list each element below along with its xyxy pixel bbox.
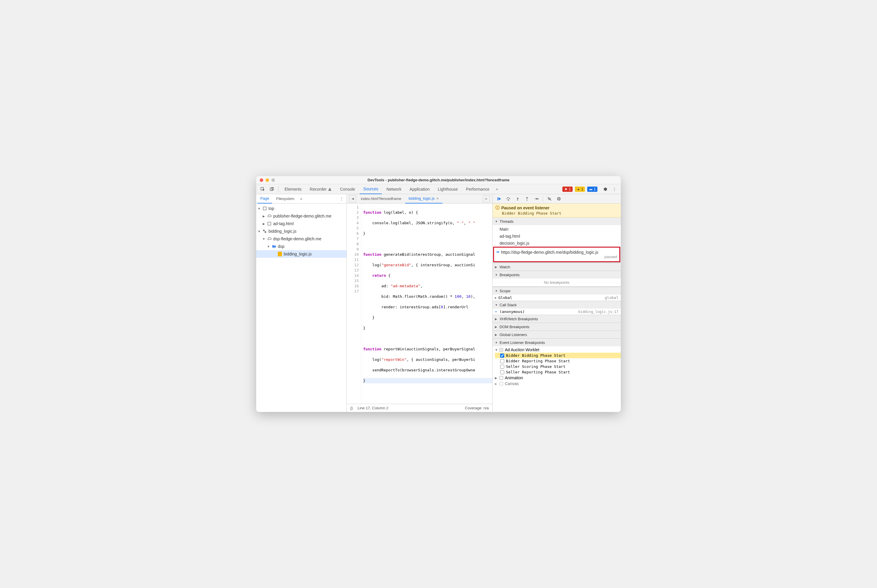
checkbox-icon[interactable] bbox=[499, 382, 503, 386]
tab-application[interactable]: Application bbox=[406, 184, 433, 194]
separator bbox=[278, 186, 279, 192]
tree-adtag[interactable]: ▶ ad-tag.html bbox=[256, 220, 346, 227]
threads-header[interactable]: ▼Threads bbox=[493, 218, 621, 225]
step-into-icon[interactable] bbox=[514, 195, 522, 202]
thread-decision[interactable]: decision_logic.js bbox=[493, 240, 621, 247]
minimize-window-button[interactable] bbox=[266, 178, 269, 182]
tab-network[interactable]: Network bbox=[383, 184, 405, 194]
close-tab-icon[interactable]: × bbox=[436, 196, 439, 201]
scope-global-label: Global bbox=[498, 296, 512, 300]
settings-icon[interactable] bbox=[601, 185, 609, 193]
evt-srs-label: Seller Reporting Phase Start bbox=[506, 370, 570, 374]
evt-bbs-checkbox[interactable] bbox=[500, 354, 504, 358]
close-window-button[interactable] bbox=[260, 178, 263, 182]
tree-bidding-file[interactable]: bidding_logic.js bbox=[256, 250, 346, 258]
more-options-icon[interactable]: ⋮ bbox=[610, 185, 618, 193]
stack-frame-0-loc: bidding_logic.js:17 bbox=[578, 310, 618, 314]
tree-top[interactable]: ▼ top bbox=[256, 205, 346, 212]
tree-dsp-folder[interactable]: ▼ dsp bbox=[256, 243, 346, 250]
scope-header[interactable]: ▼Scope bbox=[493, 287, 621, 295]
thread-current-label: https://dsp-fledge-demo.glitch.me/dsp/bi… bbox=[501, 250, 617, 255]
scope-global[interactable]: ▶Globalglobal bbox=[493, 295, 621, 301]
evt-group-canvas[interactable]: ▶Canvas bbox=[495, 381, 621, 387]
code-editor[interactable]: 1234567891011121314151617 function log(l… bbox=[347, 204, 492, 404]
editor-tab-index[interactable]: index.html?fencedframe bbox=[357, 194, 405, 204]
watch-label: Watch bbox=[499, 265, 510, 269]
evt-srs-checkbox[interactable] bbox=[500, 370, 504, 374]
resume-icon[interactable] bbox=[495, 195, 503, 202]
frame-icon bbox=[262, 206, 267, 211]
thread-adtag[interactable]: ad-tag.html bbox=[493, 233, 621, 240]
inspect-element-icon[interactable] bbox=[259, 185, 267, 193]
evt-sss[interactable]: Seller Scoring Phase Start bbox=[495, 364, 621, 369]
tab-console[interactable]: Console bbox=[337, 184, 358, 194]
nav-tab-page[interactable]: Page bbox=[257, 194, 272, 204]
thread-main[interactable]: Main bbox=[493, 226, 621, 233]
xhr-label: XHR/fetch Breakpoints bbox=[499, 317, 538, 321]
more-tabs-icon[interactable]: » bbox=[494, 187, 499, 191]
svg-point-12 bbox=[537, 198, 539, 199]
xhr-breakpoints-header[interactable]: ▶XHR/fetch Breakpoints bbox=[493, 315, 621, 322]
cursor-position: Line 17, Column 2 bbox=[358, 406, 388, 410]
pause-on-exceptions-icon[interactable] bbox=[555, 195, 563, 202]
errors-badge[interactable]: ⊗1 bbox=[563, 186, 573, 192]
tab-sources[interactable]: Sources bbox=[360, 184, 382, 194]
navigator-panel: Page Filesystem » ⋮ ▼ top ▶ publisher-fl… bbox=[256, 194, 347, 412]
stack-frame-0[interactable]: ➡(anonymous)bidding_logic.js:17 bbox=[493, 309, 621, 315]
event-breakpoints-header[interactable]: ▼Event Listener Breakpoints bbox=[493, 339, 621, 346]
dom-breakpoints-header[interactable]: ▶DOM Breakpoints bbox=[493, 323, 621, 330]
watch-header[interactable]: ▶Watch bbox=[493, 263, 621, 271]
callstack-header[interactable]: ▼Call Stack bbox=[493, 301, 621, 309]
deactivate-breakpoints-icon[interactable] bbox=[545, 195, 554, 202]
checkbox-icon[interactable] bbox=[499, 376, 503, 380]
folder-icon bbox=[271, 244, 277, 249]
debugger-panel: ⓘ Paused on event listener Bidder Biddin… bbox=[492, 194, 621, 412]
step-over-icon[interactable] bbox=[504, 195, 512, 202]
nav-tab-filesystem[interactable]: Filesystem bbox=[273, 194, 297, 204]
pause-title: Paused on event listener bbox=[501, 206, 549, 210]
file-tree: ▼ top ▶ publisher-fledge-demo.glitch.me … bbox=[256, 204, 346, 412]
cloud-icon bbox=[267, 214, 272, 218]
breakpoints-header[interactable]: ▼Breakpoints bbox=[493, 271, 621, 279]
tree-publisher[interactable]: ▶ publisher-fledge-demo.glitch.me bbox=[256, 212, 346, 220]
tab-lighthouse[interactable]: Lighthouse bbox=[435, 184, 462, 194]
history-back-icon[interactable]: ◀ bbox=[349, 195, 356, 202]
tree-bidding-root-label: bidding_logic.js bbox=[268, 229, 296, 234]
tab-performance[interactable]: Performance bbox=[462, 184, 493, 194]
tree-publisher-label: publisher-fledge-demo.glitch.me bbox=[273, 214, 331, 218]
evt-brs[interactable]: Bidder Reporting Phase Start bbox=[495, 358, 621, 364]
status-bar: {} Line 17, Column 2 Coverage: n/a bbox=[347, 404, 492, 412]
warnings-badge[interactable]: ▲1 bbox=[575, 186, 585, 192]
thread-current[interactable]: ➡ https://dsp-fledge-demo.glitch.me/dsp/… bbox=[493, 247, 620, 262]
messages-badge[interactable]: ▬1 bbox=[587, 186, 597, 192]
zoom-window-button[interactable] bbox=[271, 178, 275, 182]
pretty-print-icon[interactable]: {} bbox=[350, 406, 353, 410]
js-file-icon bbox=[277, 252, 283, 256]
svg-point-6 bbox=[263, 230, 265, 231]
step-out-icon[interactable] bbox=[523, 195, 531, 202]
evt-sss-checkbox[interactable] bbox=[500, 364, 504, 369]
evt-brs-checkbox[interactable] bbox=[500, 359, 504, 363]
indeterminate-checkbox-icon[interactable] bbox=[499, 348, 503, 351]
tab-recorder[interactable]: Recorder bbox=[306, 184, 335, 194]
evt-sss-label: Seller Scoring Phase Start bbox=[506, 364, 566, 369]
tree-bidding-root[interactable]: ▼ bidding_logic.js bbox=[256, 227, 346, 235]
frame-icon bbox=[267, 221, 272, 226]
evt-group-animation[interactable]: ▶Animation bbox=[495, 375, 621, 381]
device-toolbar-icon[interactable] bbox=[268, 185, 276, 193]
errors-count: 1 bbox=[569, 187, 571, 191]
tab-elements[interactable]: Elements bbox=[281, 184, 305, 194]
nav-more-icon[interactable]: » bbox=[299, 196, 304, 201]
editor-tab-bidding[interactable]: bidding_logic.js × bbox=[405, 194, 442, 204]
editor-tab-bidding-label: bidding_logic.js bbox=[409, 196, 435, 201]
window-title: DevTools - publisher-fledge-demo.glitch.… bbox=[256, 178, 621, 182]
evt-srs[interactable]: Seller Reporting Phase Start bbox=[495, 369, 621, 375]
nav-menu-icon[interactable]: ⋮ bbox=[338, 196, 345, 201]
tree-dsp-domain[interactable]: ▼ dsp-fledge-demo.glitch.me bbox=[256, 235, 346, 243]
evt-bbs[interactable]: Bidder Bidding Phase Start bbox=[495, 352, 621, 358]
step-icon[interactable] bbox=[532, 195, 540, 202]
global-listeners-header[interactable]: ▶Global Listeners bbox=[493, 331, 621, 338]
devtools-window: DevTools - publisher-fledge-demo.glitch.… bbox=[256, 176, 621, 412]
evt-group-adauction[interactable]: ▼Ad Auction Worklet bbox=[495, 347, 621, 352]
history-forward-icon[interactable]: ▶ bbox=[483, 195, 490, 202]
